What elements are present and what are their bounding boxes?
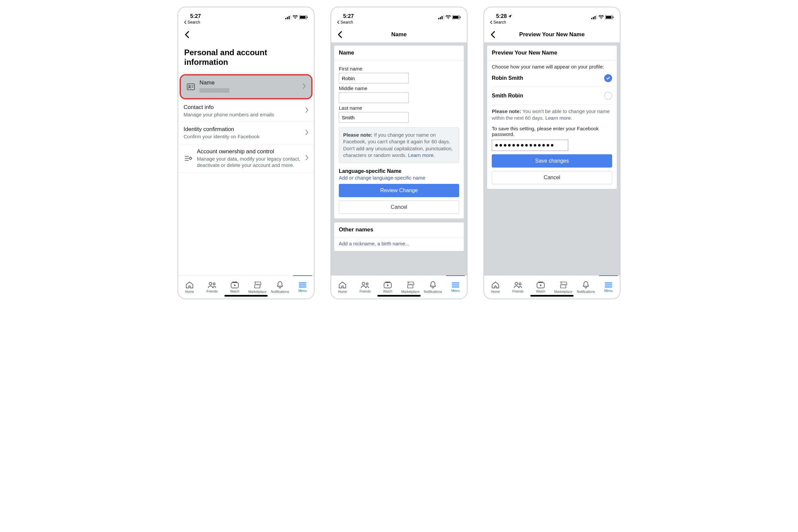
- cancel-button[interactable]: Cancel: [492, 171, 612, 184]
- tab-notifications[interactable]: Notifications: [422, 276, 444, 299]
- tab-notifications[interactable]: Notifications: [269, 276, 291, 299]
- option-2-label: Smith Robin: [492, 93, 523, 99]
- chevron-right-icon: [305, 155, 308, 162]
- note-text: Please note: You won't be able to change…: [492, 108, 612, 122]
- row-contact-info[interactable]: Contact info Manage your phone numbers a…: [178, 100, 314, 122]
- option-first-last[interactable]: Robin Smith: [492, 70, 612, 87]
- home-icon: [185, 281, 194, 289]
- note-bold: Please note:: [343, 132, 373, 138]
- menu-icon: [605, 282, 612, 288]
- name-card: Name First name Middle name Last name Pl…: [334, 45, 464, 219]
- row-ownership[interactable]: Account ownership and control Manage you…: [178, 144, 314, 173]
- tab-home[interactable]: Home: [331, 276, 354, 299]
- header-title: Preview Your New Name: [484, 31, 620, 38]
- svg-rect-26: [453, 16, 458, 19]
- status-icons: [591, 15, 614, 19]
- note-box: Please note: If you change your name on …: [339, 127, 459, 163]
- review-change-button[interactable]: Review Change: [339, 184, 459, 197]
- tab-marketplace-label: Marketplace: [401, 290, 419, 293]
- tab-menu[interactable]: Menu: [291, 276, 314, 299]
- tab-home-label: Home: [338, 290, 347, 293]
- home-icon: [338, 281, 347, 289]
- option-1-label: Robin Smith: [492, 75, 523, 81]
- card-title: Name: [334, 45, 464, 60]
- wifi-icon: [292, 15, 298, 19]
- status-time: 5:27: [190, 13, 201, 19]
- home-indicator: [377, 295, 421, 297]
- status-bar: 5:28: [484, 7, 620, 19]
- other-names-title: Other names: [334, 223, 464, 238]
- row-contact-sub: Manage your phone numbers and emails: [184, 111, 301, 118]
- chevron-right-icon: [305, 129, 308, 137]
- save-changes-button[interactable]: Save changes: [492, 154, 612, 168]
- cellular-icon: [285, 15, 291, 19]
- password-input[interactable]: [492, 140, 568, 151]
- menu-icon: [299, 282, 307, 288]
- cellular-icon: [591, 15, 597, 19]
- tab-menu[interactable]: Menu: [597, 276, 620, 299]
- row-name[interactable]: Name: [181, 75, 311, 98]
- svg-rect-39: [606, 16, 611, 19]
- tab-marketplace-label: Marketplace: [248, 290, 266, 293]
- tab-friends-label: Friends: [207, 290, 217, 293]
- svg-point-28: [362, 282, 365, 285]
- back-to-search[interactable]: Search: [484, 19, 620, 26]
- tab-notifications[interactable]: Notifications: [574, 276, 597, 299]
- first-name-input[interactable]: [339, 73, 408, 83]
- nav-header: Preview Your New Name: [484, 26, 620, 42]
- back-button[interactable]: [489, 31, 497, 39]
- middle-name-input[interactable]: [339, 92, 408, 103]
- back-button[interactable]: [183, 31, 191, 39]
- learn-more-link[interactable]: Learn more.: [545, 115, 572, 121]
- preview-card: Preview Your New Name Choose how your na…: [487, 45, 617, 189]
- card-title: Preview Your New Name: [487, 45, 617, 60]
- chevron-right-icon: [305, 107, 308, 114]
- settings-list-icon: [184, 155, 193, 162]
- friends-icon: [207, 281, 217, 289]
- battery-icon: [452, 15, 461, 19]
- tab-friends[interactable]: Friends: [201, 276, 224, 299]
- back-search-label: Search: [341, 20, 353, 25]
- svg-rect-5: [300, 16, 306, 19]
- tab-watch-label: Watch: [383, 290, 392, 293]
- nav-header: Name: [331, 26, 467, 42]
- row-identity[interactable]: Identity confirmation Confirm your ident…: [178, 122, 314, 144]
- status-bar: 5:27: [331, 7, 467, 19]
- status-bar: 5:27: [178, 7, 314, 19]
- friends-icon: [360, 281, 370, 289]
- watch-icon: [383, 281, 392, 289]
- svg-rect-3: [290, 15, 291, 19]
- tab-menu[interactable]: Menu: [444, 276, 467, 299]
- last-name-input[interactable]: [339, 112, 408, 123]
- back-caret-icon: [490, 21, 493, 24]
- back-to-search[interactable]: Search: [178, 19, 314, 26]
- phone-screen-3: 5:28 Search Preview Your New Name Previe…: [483, 7, 621, 299]
- page-title: Personal and account information: [178, 42, 314, 74]
- learn-more-link[interactable]: Learn more.: [408, 152, 435, 158]
- tab-watch-label: Watch: [536, 290, 545, 293]
- row-name-title: Name: [200, 79, 299, 86]
- row-identity-title: Identity confirmation: [184, 126, 301, 133]
- tab-friends-label: Friends: [512, 290, 524, 293]
- tab-notifications-label: Notifications: [577, 290, 595, 293]
- tab-home[interactable]: Home: [484, 276, 507, 299]
- svg-point-14: [190, 157, 191, 159]
- svg-point-16: [213, 283, 215, 285]
- tab-home-label: Home: [491, 290, 500, 293]
- nav-header: [178, 26, 314, 42]
- tab-home[interactable]: Home: [178, 276, 201, 299]
- back-to-search[interactable]: Search: [331, 19, 467, 26]
- option-last-first[interactable]: Smith Robin: [492, 87, 612, 105]
- add-nickname-link[interactable]: Add a nickname, a birth name...: [339, 241, 459, 246]
- tab-friends[interactable]: Friends: [507, 276, 529, 299]
- back-button[interactable]: [336, 31, 344, 39]
- cancel-button[interactable]: Cancel: [339, 201, 459, 214]
- content-area: Name First name Middle name Last name Pl…: [331, 42, 467, 275]
- battery-icon: [605, 15, 614, 19]
- content-area: Personal and account information Name Co…: [178, 42, 314, 275]
- svg-point-41: [515, 282, 518, 285]
- back-search-label: Search: [493, 20, 506, 25]
- tab-friends[interactable]: Friends: [354, 276, 376, 299]
- cellular-icon: [438, 15, 444, 19]
- language-name-link[interactable]: Add or change language-specific name: [339, 175, 459, 180]
